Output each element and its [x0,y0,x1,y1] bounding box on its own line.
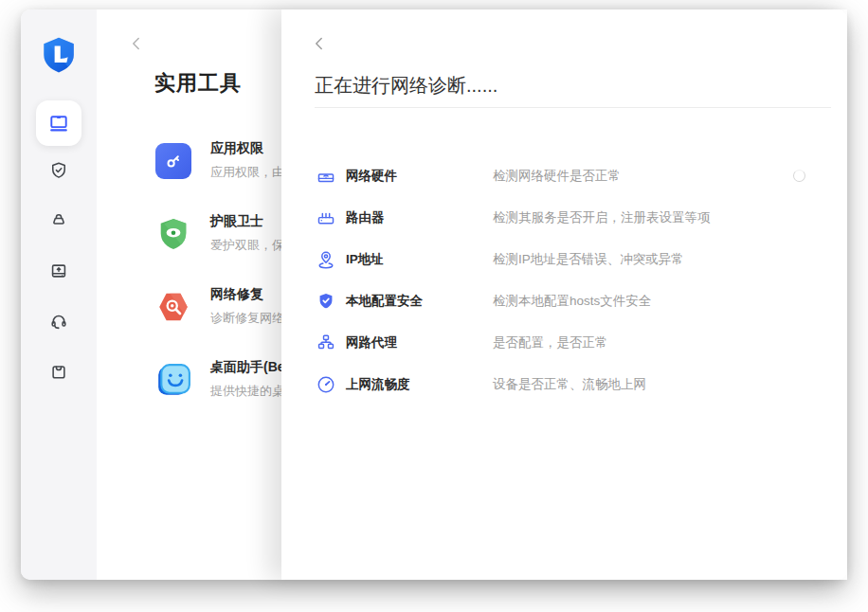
sidebar-item-store[interactable] [48,361,69,382]
cleaner-icon [48,210,69,231]
diagnosis-row-proxy: 网路代理 是否配置，是否正常 [281,322,847,364]
tool-item-subtitle: 应用权限，由 [210,164,284,181]
diagnosis-row-desc: 检测IP地址是否错误、冲突或异常 [493,251,684,268]
tool-item-subtitle: 爱护双眼，保 [210,237,284,254]
diagnosis-row-desc: 检测本地配置hosts文件安全 [493,293,651,310]
router-icon [316,207,336,228]
tools-back-button[interactable] [129,36,144,51]
tool-item-title: 护眼卫士 [210,213,284,230]
diagnosis-row-desc: 检测其服务是否开启，注册表设置等项 [493,209,711,226]
diagnosis-row-label: 网路代理 [346,334,397,351]
diagnosis-row-local-config: 本地配置安全 检测本地配置hosts文件安全 [281,280,847,322]
app-logo [39,35,79,75]
magnifier-hexagon-icon [155,289,191,325]
diagnosis-row-smoothness: 上网流畅度 设备是否正常、流畅地上网 [281,364,847,405]
shield-check-icon [316,291,336,312]
diagnosis-row-ip-address: IP地址 检测IP地址是否错误、冲突或异常 [281,239,847,280]
diagnosis-row-label: 上网流畅度 [346,376,410,393]
divider [315,107,831,108]
network-hardware-icon [316,166,336,187]
ip-location-icon [316,249,336,270]
tool-item-subtitle: 提供快捷的桌 [210,383,285,400]
diagnosis-list: 网络硬件 检测网络硬件是否正常 路由器 检测其服务是否开启，注册表设置等项 [281,155,847,405]
sidebar-item-cleanup[interactable] [48,210,69,231]
diagnosis-row-desc: 是否配置，是否正常 [493,334,608,351]
tool-item-subtitle: 诊断修复网络 [210,310,284,327]
diagnosis-row-label: 网络硬件 [346,168,397,185]
diagnosis-row-label: IP地址 [346,251,384,268]
diagnosis-row-label: 路由器 [346,209,385,226]
sidebar-item-security[interactable] [48,160,69,181]
diagnosis-row-router: 路由器 检测其服务是否开启，注册表设置等项 [281,197,847,239]
sidebar-item-computer[interactable] [36,100,81,146]
sidebar-item-support[interactable] [48,311,69,332]
sidebar-item-drivers[interactable] [48,261,69,281]
tool-item-title: 桌面助手(Be [210,359,285,376]
diagnosis-row-network-hardware: 网络硬件 检测网络硬件是否正常 [281,155,847,197]
diagnosis-back-button[interactable] [312,36,327,51]
app-shield-logo-icon [39,35,79,75]
loading-spinner-icon [793,170,805,182]
store-bag-icon [48,361,69,382]
smiley-icon [155,362,191,398]
gauge-icon [316,374,336,395]
laptop-icon [47,112,70,135]
eye-shield-icon [155,216,191,252]
app-window: 实用工具 应用权限 应用权限，由 [21,9,847,580]
tools-panel-title: 实用工具 [154,69,242,98]
chevron-left-icon [129,36,144,51]
key-icon [155,143,191,179]
tool-item-title: 应用权限 [210,140,284,157]
driver-update-icon [48,261,69,281]
desktop: 实用工具 应用权限 应用权限，由 [0,0,868,612]
tool-item-title: 网络修复 [210,286,284,303]
diagnosis-row-label: 本地配置安全 [346,293,423,310]
diagnosis-row-desc: 设备是否正常、流畅地上网 [493,376,646,393]
diagnosis-title: 正在进行网络诊断...... [315,73,497,99]
proxy-nodes-icon [316,333,336,353]
network-diagnosis-panel: 正在进行网络诊断...... 网络硬件 检测网络硬件是否正常 [281,9,847,580]
chevron-left-icon [312,36,327,51]
sidebar [21,9,97,580]
diagnosis-row-desc: 检测网络硬件是否正常 [493,168,621,185]
shield-check-icon [48,160,69,181]
headset-icon [48,311,69,332]
